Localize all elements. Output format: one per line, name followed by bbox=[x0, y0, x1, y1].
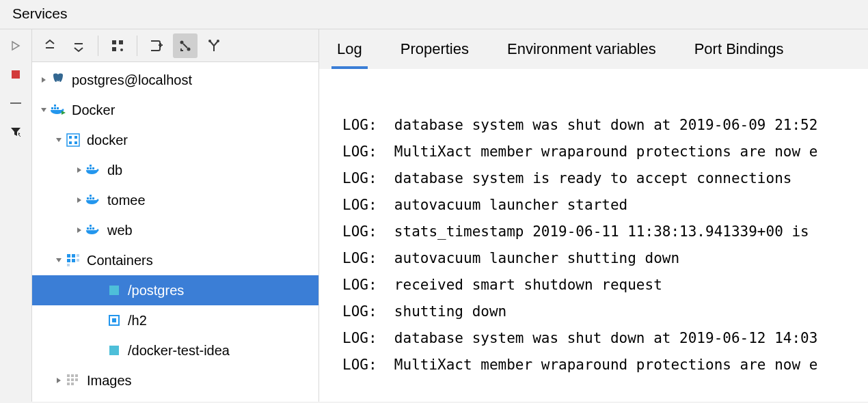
tree-node-label: Containers bbox=[87, 253, 153, 268]
svg-rect-53 bbox=[71, 374, 74, 377]
collapse-all-button[interactable] bbox=[66, 33, 91, 58]
log-line: LOG: database system is ready to accept … bbox=[342, 170, 791, 186]
svg-rect-48 bbox=[109, 286, 119, 295]
tree-node-docker-compose[interactable]: docker bbox=[32, 125, 318, 155]
chevron-right-icon[interactable] bbox=[38, 74, 50, 86]
main-layout: postgres@localhost Docker docker bbox=[0, 29, 868, 402]
tree-node-images[interactable]: Images bbox=[32, 365, 318, 395]
services-tree-panel: postgres@localhost Docker docker bbox=[31, 29, 318, 402]
svg-marker-23 bbox=[62, 111, 66, 115]
tree-node-label: /postgres bbox=[128, 283, 184, 298]
svg-rect-51 bbox=[109, 346, 119, 355]
tree-node-container-postgres[interactable]: /postgres bbox=[32, 275, 318, 305]
log-line: LOG: autovacuum launcher shutting down bbox=[342, 250, 679, 266]
tab-environment-variables[interactable]: Environment variables bbox=[502, 31, 662, 69]
log-line: LOG: database system was shut down at 20… bbox=[342, 330, 817, 346]
chevron-right-icon[interactable] bbox=[73, 194, 85, 206]
log-line: LOG: received smart shutdown request bbox=[342, 277, 662, 293]
panel-title: Services bbox=[0, 0, 868, 29]
tree-node-label: postgres@localhost bbox=[72, 72, 192, 88]
compose-icon bbox=[65, 132, 81, 148]
containers-group-icon bbox=[65, 252, 81, 268]
svg-rect-58 bbox=[67, 383, 70, 385]
container-running-icon bbox=[106, 342, 122, 359]
tree-node-container-h2[interactable]: /h2 bbox=[32, 305, 318, 335]
log-line: LOG: MultiXact member wraparound protect… bbox=[342, 143, 817, 160]
svg-rect-33 bbox=[87, 197, 89, 199]
log-line: LOG: shutting down bbox=[342, 303, 506, 320]
chevron-right-icon[interactable] bbox=[73, 164, 85, 176]
docker-service-icon bbox=[85, 222, 102, 238]
chevron-right-icon[interactable] bbox=[73, 224, 85, 236]
chevron-down-icon[interactable] bbox=[53, 134, 65, 146]
svg-rect-54 bbox=[75, 374, 78, 377]
svg-rect-27 bbox=[69, 141, 72, 144]
twisty-empty bbox=[94, 314, 106, 326]
tree-node-service-web[interactable]: web bbox=[32, 215, 318, 245]
log-line: LOG: stats_timestamp 2019-06-11 11:38:13… bbox=[342, 223, 817, 240]
svg-rect-46 bbox=[77, 259, 79, 262]
stop-button[interactable] bbox=[9, 68, 23, 81]
grid-view-button[interactable] bbox=[105, 33, 130, 58]
run-button[interactable] bbox=[9, 39, 23, 53]
tree-node-label: /docker-test-idea bbox=[128, 343, 230, 359]
chevron-down-icon[interactable] bbox=[53, 254, 65, 266]
tab-log[interactable]: Log bbox=[331, 31, 368, 69]
tree-node-containers[interactable]: Containers bbox=[32, 245, 318, 275]
svg-rect-47 bbox=[67, 264, 70, 266]
svg-rect-5 bbox=[112, 40, 116, 44]
svg-rect-1 bbox=[10, 102, 21, 104]
images-group-icon bbox=[65, 372, 81, 389]
tree-node-postgres-host[interactable]: postgres@localhost bbox=[32, 65, 318, 95]
svg-rect-22 bbox=[54, 105, 56, 107]
svg-rect-28 bbox=[74, 141, 77, 144]
chevron-right-icon[interactable] bbox=[53, 374, 65, 387]
svg-rect-25 bbox=[69, 136, 72, 139]
tree-node-label: tomee bbox=[107, 193, 146, 208]
tree-node-docker-root[interactable]: Docker bbox=[32, 95, 318, 125]
svg-rect-57 bbox=[75, 378, 78, 381]
svg-rect-42 bbox=[72, 254, 75, 258]
expand-all-button[interactable] bbox=[38, 33, 62, 58]
svg-point-11 bbox=[180, 40, 184, 44]
twisty-empty bbox=[94, 284, 106, 296]
minimize-button[interactable] bbox=[9, 96, 23, 110]
svg-rect-59 bbox=[71, 383, 74, 385]
svg-rect-21 bbox=[57, 107, 59, 109]
svg-rect-30 bbox=[90, 167, 92, 169]
svg-point-8 bbox=[120, 48, 123, 51]
branch-button[interactable] bbox=[202, 33, 226, 58]
tree-node-label: /h2 bbox=[128, 313, 147, 329]
svg-rect-39 bbox=[92, 227, 94, 230]
svg-line-13 bbox=[183, 44, 187, 48]
svg-rect-44 bbox=[72, 259, 75, 262]
svg-rect-26 bbox=[74, 136, 77, 139]
add-service-button[interactable] bbox=[144, 33, 169, 58]
svg-rect-52 bbox=[67, 374, 70, 377]
container-running-icon bbox=[106, 282, 122, 298]
svg-rect-0 bbox=[12, 70, 20, 79]
svg-rect-56 bbox=[71, 378, 74, 381]
log-line: LOG: database system was shut down at 20… bbox=[342, 117, 817, 133]
svg-rect-24 bbox=[67, 134, 79, 146]
docker-icon bbox=[50, 102, 66, 118]
details-panel: Log Properties Environment variables Por… bbox=[318, 29, 868, 402]
tree-node-container-docker-test-idea[interactable]: /docker-test-idea bbox=[32, 335, 318, 365]
tree-node-label: db bbox=[107, 163, 122, 178]
chevron-down-icon[interactable] bbox=[38, 104, 50, 116]
tree-node-service-db[interactable]: db bbox=[32, 155, 318, 185]
docker-service-icon bbox=[85, 162, 102, 178]
tree-node-service-tomee[interactable]: tomee bbox=[32, 185, 318, 215]
filter-button[interactable] bbox=[9, 125, 23, 139]
action-gutter bbox=[0, 29, 31, 402]
svg-rect-38 bbox=[90, 227, 92, 230]
svg-rect-40 bbox=[90, 225, 92, 227]
connect-button[interactable] bbox=[173, 33, 198, 58]
log-output[interactable]: LOG: database system was shut down at 20… bbox=[319, 69, 868, 402]
tree-node-label: docker bbox=[87, 133, 128, 148]
services-tree[interactable]: postgres@localhost Docker docker bbox=[32, 62, 318, 402]
svg-rect-34 bbox=[90, 197, 92, 199]
tab-port-bindings[interactable]: Port Bindings bbox=[689, 31, 789, 69]
tab-properties[interactable]: Properties bbox=[395, 31, 474, 69]
toolbar-separator bbox=[98, 36, 98, 56]
